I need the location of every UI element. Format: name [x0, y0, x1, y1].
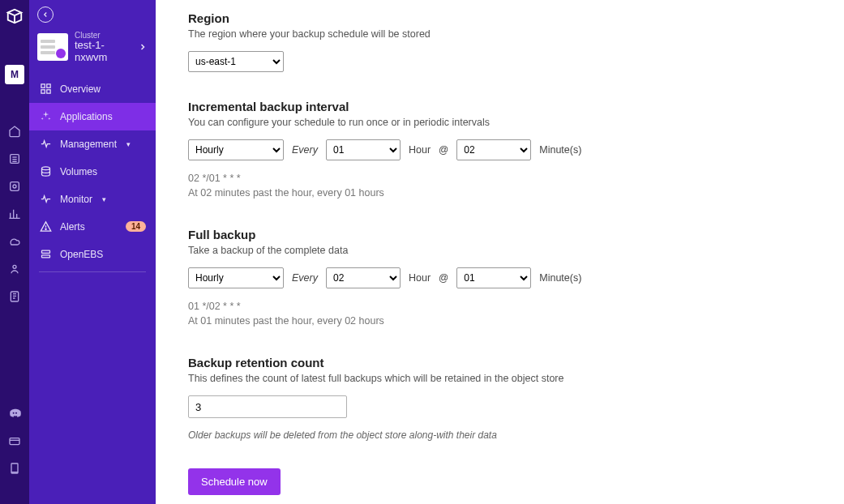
svg-rect-12 — [41, 84, 44, 88]
cloud-icon[interactable] — [6, 233, 23, 250]
icon-rail: M — [0, 0, 29, 504]
hour-label: Hour — [409, 144, 431, 156]
grid-icon — [39, 83, 52, 96]
nav-item-alerts[interactable]: Alerts 14 — [29, 213, 156, 241]
retention-hint: Older backups will be deleted from the o… — [188, 429, 812, 441]
at-label: @ — [439, 144, 448, 156]
main-content: Region The region where your backup sche… — [156, 0, 844, 504]
region-desc: The region where your backup schedule wi… — [188, 28, 812, 40]
chart-icon[interactable] — [6, 206, 23, 222]
nav-label: OpenEBS — [60, 249, 103, 260]
nav-label: Alerts — [60, 221, 85, 233]
retention-input[interactable] — [188, 395, 347, 418]
cluster-thumb-icon — [37, 33, 68, 61]
cluster-selector[interactable]: Cluster test-1- nxwvm — [37, 31, 148, 64]
notes-icon[interactable] — [6, 288, 23, 305]
full-desc: Take a backup of the complete data — [188, 245, 812, 256]
incremental-frequency-select[interactable]: Hourly — [188, 139, 284, 160]
region-title: Region — [188, 11, 812, 25]
nav-label: Applications — [60, 111, 113, 122]
logo-icon[interactable] — [5, 6, 24, 26]
incremental-cron-display: 02 */01 * * * At 02 minutes past the hou… — [188, 172, 812, 200]
nav-label: Monitor — [60, 194, 92, 205]
nav-label: Volumes — [60, 166, 97, 177]
discord-icon[interactable] — [6, 405, 23, 421]
storage-icon[interactable] — [6, 151, 23, 167]
database-icon — [39, 165, 52, 178]
at-label: @ — [439, 272, 448, 284]
chevron-right-icon — [138, 42, 148, 52]
nav-item-overview[interactable]: Overview — [29, 75, 156, 103]
cluster-name: test-1- nxwvm — [75, 40, 107, 64]
retention-section: Backup retention count This defines the … — [188, 356, 812, 441]
full-backup-section: Full backup Take a backup of the complet… — [188, 228, 812, 328]
svg-point-16 — [41, 167, 49, 170]
full-hour-select[interactable]: 02 — [326, 267, 401, 288]
cluster-label: Cluster — [75, 31, 107, 40]
region-section: Region The region where your backup sche… — [188, 11, 812, 72]
nav-item-management[interactable]: Management ▾ — [29, 130, 156, 158]
svg-rect-20 — [41, 255, 49, 258]
incremental-section: Incremental backup interval You can conf… — [188, 100, 812, 200]
nav-label: Management — [60, 139, 117, 150]
svg-rect-15 — [46, 90, 49, 93]
nav-divider — [39, 271, 146, 272]
users-icon[interactable] — [6, 261, 23, 277]
monitor-icon — [39, 193, 52, 206]
chevron-down-icon: ▾ — [102, 195, 106, 203]
svg-rect-4 — [11, 182, 19, 191]
rail-item-active[interactable]: M — [5, 65, 24, 84]
nav-item-openebs[interactable]: OpenEBS — [29, 241, 156, 268]
svg-rect-8 — [10, 438, 19, 445]
region-select[interactable]: us-east-1 — [188, 51, 284, 72]
every-label: Every — [292, 144, 318, 156]
schedule-now-button[interactable]: Schedule now — [188, 468, 281, 495]
pulse-icon — [39, 138, 52, 151]
card-icon[interactable] — [6, 433, 23, 449]
back-button[interactable] — [37, 6, 54, 23]
svg-rect-13 — [46, 84, 49, 88]
nav-label: Overview — [60, 83, 101, 95]
apps-icon[interactable] — [6, 178, 23, 194]
full-frequency-select[interactable]: Hourly — [188, 267, 284, 288]
incremental-desc: You can configure your schedule to run o… — [188, 117, 812, 128]
sidebar: Cluster test-1- nxwvm Overview Applicati… — [29, 0, 156, 504]
layers-icon — [39, 248, 52, 261]
svg-point-6 — [13, 265, 16, 268]
minute-label: Minute(s) — [539, 272, 581, 284]
docs-icon[interactable] — [6, 460, 23, 476]
incremental-minute-select[interactable]: 02 — [456, 139, 531, 160]
alert-icon — [39, 220, 52, 233]
home-icon[interactable] — [6, 123, 23, 139]
incremental-hour-select[interactable]: 01 — [326, 139, 401, 160]
svg-rect-14 — [41, 90, 44, 93]
nav-list: Overview Applications Management ▾ Volum… — [29, 75, 156, 268]
full-title: Full backup — [188, 228, 812, 241]
retention-title: Backup retention count — [188, 356, 812, 369]
incremental-title: Incremental backup interval — [188, 100, 812, 113]
hour-label: Hour — [409, 272, 431, 284]
retention-desc: This defines the count of latest full ba… — [188, 373, 812, 384]
nav-item-volumes[interactable]: Volumes — [29, 158, 156, 186]
chevron-down-icon: ▾ — [126, 140, 131, 148]
svg-point-5 — [13, 185, 16, 188]
svg-rect-19 — [41, 251, 49, 254]
alerts-badge: 14 — [126, 221, 146, 232]
every-label: Every — [292, 272, 318, 284]
nav-item-monitor[interactable]: Monitor ▾ — [29, 186, 156, 213]
minute-label: Minute(s) — [539, 144, 581, 156]
full-cron-display: 01 */02 * * * At 01 minutes past the hou… — [188, 300, 812, 328]
full-minute-select[interactable]: 01 — [456, 267, 531, 288]
spark-icon — [39, 110, 52, 123]
svg-point-18 — [45, 229, 45, 229]
nav-item-applications[interactable]: Applications — [29, 103, 156, 130]
